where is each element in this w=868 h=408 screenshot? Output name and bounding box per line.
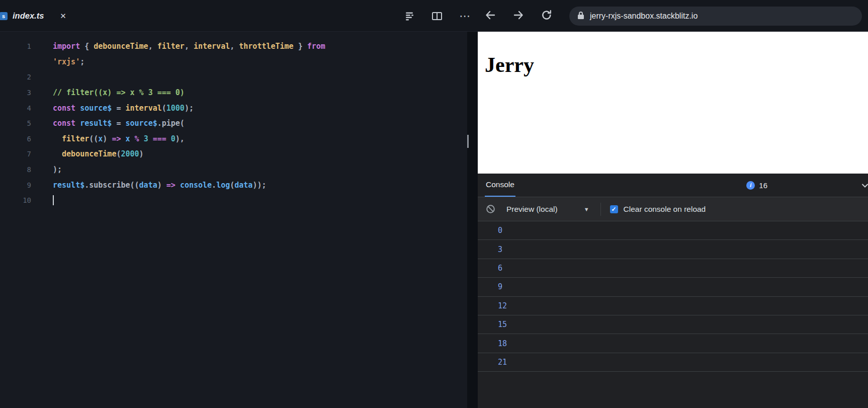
console-log-entry: 3 bbox=[478, 240, 868, 259]
console-log-list: 036912151821 bbox=[478, 221, 868, 408]
info-count: 16 bbox=[759, 181, 767, 190]
preview-heading: Jerry bbox=[485, 53, 868, 77]
typescript-file-icon: s bbox=[0, 12, 8, 20]
editor-actions: ⋯ bbox=[405, 0, 471, 32]
editor-tab[interactable]: s index.ts ✕ bbox=[0, 0, 66, 32]
console-log-entry: 9 bbox=[478, 278, 868, 296]
clear-on-reload-option[interactable]: ✓ Clear console on reload bbox=[610, 205, 706, 214]
line-number: 5 bbox=[0, 119, 31, 127]
line-number: 6 bbox=[0, 135, 31, 143]
panel-divider bbox=[467, 32, 478, 408]
console-log-entry: 21 bbox=[478, 353, 868, 372]
line-number: 9 bbox=[0, 181, 31, 189]
lock-icon bbox=[577, 11, 584, 22]
code-line[interactable]: 6 filter((x) => x % 3 === 0), bbox=[0, 131, 467, 147]
console-log-entry: 18 bbox=[478, 334, 868, 353]
code-line[interactable]: 9result$.subscribe((data) => console.log… bbox=[0, 177, 467, 193]
console-toolbar: Preview (local) ▼ ✓ Clear console on rel… bbox=[478, 197, 868, 221]
code-line[interactable]: 4const source$ = interval(1000); bbox=[0, 100, 467, 116]
tab-console[interactable]: Console bbox=[485, 174, 515, 197]
tab-close-icon[interactable]: ✕ bbox=[60, 12, 66, 21]
split-editor-icon[interactable] bbox=[431, 11, 443, 21]
info-icon: i bbox=[746, 181, 755, 190]
code-line[interactable]: 5const result$ = source$.pipe( bbox=[0, 116, 467, 131]
info-count-badge: i 16 bbox=[746, 181, 767, 190]
browser-panel: Jerry Console i 16 Preview (lo bbox=[478, 32, 868, 408]
browser-nav bbox=[484, 0, 553, 32]
context-selector[interactable]: Preview (local) ▼ bbox=[506, 205, 589, 214]
console-log-entry: 12 bbox=[478, 297, 868, 315]
line-number: 2 bbox=[0, 73, 31, 81]
code-line[interactable]: 'rxjs'; bbox=[0, 54, 467, 70]
console-header: Console i 16 bbox=[478, 174, 868, 197]
line-number: 4 bbox=[0, 104, 31, 112]
code-lines: 1import { debounceTime, filter, interval… bbox=[0, 39, 467, 208]
prettier-format-icon[interactable] bbox=[405, 11, 415, 21]
code-line[interactable]: 10 bbox=[0, 193, 467, 208]
dropdown-arrow-icon: ▼ bbox=[584, 206, 589, 212]
console-log-entry: 0 bbox=[478, 221, 868, 240]
forward-icon[interactable] bbox=[512, 9, 525, 23]
context-selector-label: Preview (local) bbox=[506, 205, 558, 214]
line-number: 8 bbox=[0, 166, 31, 174]
console-log-entry: 6 bbox=[478, 259, 868, 278]
code-line[interactable]: 2 bbox=[0, 69, 467, 85]
panel-resize-handle[interactable] bbox=[467, 135, 469, 148]
url-bar[interactable]: jerry-rxjs-sandbox.stackblitz.io bbox=[569, 7, 862, 26]
clear-console-icon[interactable] bbox=[486, 204, 495, 214]
line-number: 10 bbox=[0, 196, 31, 204]
line-number: 7 bbox=[0, 150, 31, 158]
code-line[interactable]: 8); bbox=[0, 162, 467, 178]
code-line[interactable]: 7 debounceTime(2000) bbox=[0, 146, 467, 162]
preview-pane: Jerry bbox=[478, 32, 868, 174]
line-number: 3 bbox=[0, 89, 31, 97]
toolbar-separator bbox=[600, 203, 601, 216]
url-text: jerry-rxjs-sandbox.stackblitz.io bbox=[590, 12, 698, 21]
more-options-icon[interactable]: ⋯ bbox=[459, 11, 471, 22]
checkbox-checked-icon[interactable]: ✓ bbox=[610, 205, 618, 213]
topbar: s index.ts ✕ ⋯ bbox=[0, 0, 868, 32]
chevron-down-icon[interactable] bbox=[861, 182, 868, 192]
code-editor[interactable]: 1import { debounceTime, filter, interval… bbox=[0, 32, 467, 408]
code-line[interactable]: 3// filter((x) => x % 3 === 0) bbox=[0, 85, 467, 101]
tab-title: index.ts bbox=[13, 11, 44, 21]
reload-icon[interactable] bbox=[541, 9, 553, 23]
console-log-entry: 15 bbox=[478, 315, 868, 334]
text-cursor bbox=[53, 195, 54, 205]
code-line[interactable]: 1import { debounceTime, filter, interval… bbox=[0, 39, 467, 54]
back-icon[interactable] bbox=[484, 9, 496, 23]
clear-on-reload-label: Clear console on reload bbox=[624, 205, 706, 214]
line-number: 1 bbox=[0, 42, 31, 50]
